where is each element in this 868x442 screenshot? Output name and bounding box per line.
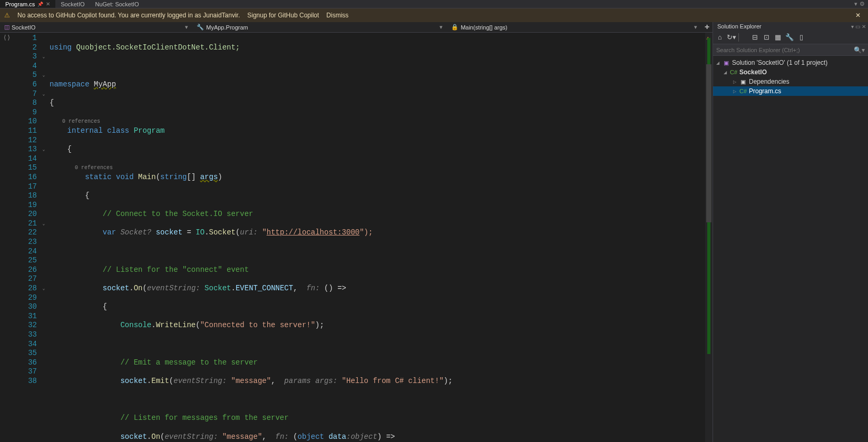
preview-icon[interactable]: ▯ [796,33,806,41]
codelens-references[interactable]: 0 references [75,165,113,171]
show-all-icon[interactable]: ▦ [773,33,783,41]
gear-icon[interactable]: ⚙ [860,1,865,7]
expand-icon[interactable]: ▷ [732,80,737,84]
solution-toolbar: ⌂ ↻▾ ⊟ ⊡ ▦ 🔧 ▯ [713,31,868,44]
node-label: Program.cs [749,87,781,95]
solution-explorer-panel: Solution Explorer ▾ ▭ ✕ ⌂ ↻▾ ⊟ ⊡ ▦ 🔧 ▯ 🔍… [713,22,868,442]
tab-label: SocketIO [61,1,84,7]
glyph-margin: ⟨⟩ [0,33,14,442]
csharp-file-icon: C# [739,88,747,94]
scroll-thumb[interactable] [706,64,711,222]
solution-tree[interactable]: ◢ ▣ Solution 'SocketIO' (1 of 1 project)… [713,56,868,98]
warning-icon: ⚠ [4,12,10,19]
expand-icon[interactable]: ▷ [732,89,737,94]
dependencies-icon: ▣ [739,78,747,85]
copilot-message: No access to GitHub Copilot found. You a… [17,12,240,19]
crumb-label: MyApp.Program [206,24,248,31]
close-icon[interactable]: ✕ [46,1,50,7]
tab-overflow-controls: ▾ ⚙ [854,0,868,8]
collapse-all-icon[interactable]: ⊡ [762,33,771,41]
crumb-label: SocketIO [12,24,35,31]
class-icon: 🔧 [197,24,204,31]
fold-gutter[interactable]: ⌄⌄⌄⌄⌄⌄ [40,33,47,442]
project-node[interactable]: ◢ C# SocketIO [713,67,868,77]
solution-explorer-title: Solution Explorer ▾ ▭ ✕ [713,22,868,31]
pin-icon[interactable]: 📌 [37,2,43,7]
copilot-signup-link[interactable]: Signup for GitHub Copilot [247,12,319,19]
node-label: Dependencies [749,78,789,85]
codelens-references[interactable]: 0 references [62,119,100,124]
crumb-label: Main(string[] args) [461,24,508,31]
file-node-program-cs[interactable]: ▷ C# Program.cs [713,86,868,96]
tab-label: NuGet: SocketIO [95,1,139,7]
line-numbers: 1234567891011121314151617181920212223242… [14,33,40,442]
tab-nuget-socketio[interactable]: NuGet: SocketIO [90,0,144,8]
search-input[interactable] [716,47,854,53]
tab-socketio[interactable]: SocketIO [55,0,90,8]
tab-label: Program.cs [5,1,35,7]
expand-icon[interactable]: ◢ [723,70,728,75]
solution-icon: ▣ [723,60,730,66]
navigation-bar: ◫ SocketIO ▾ 🔧 MyApp.Program ▾ 🔒 Main(st… [0,22,713,33]
home-icon[interactable]: ⌂ [715,33,725,41]
panel-title-label: Solution Explorer [717,23,762,30]
node-label: SocketIO [739,68,767,76]
split-view-button[interactable]: ✚ [701,24,713,31]
chevron-down-icon[interactable]: ▾ [440,24,443,31]
solution-search[interactable]: 🔍▾ [713,44,868,56]
overflow-menu-icon[interactable]: ▾ [854,1,857,7]
switch-views-icon[interactable]: ↻▾ [727,33,736,41]
document-tabs: Program.cs 📌 ✕ SocketIO NuGet: SocketIO … [0,0,868,8]
dependencies-node[interactable]: ▷ ▣ Dependencies [713,77,868,86]
code-editor[interactable]: ⟨⟩ 1234567891011121314151617181920212223… [0,33,713,442]
dropdown-icon[interactable]: ▾ [851,24,854,30]
project-crumb[interactable]: ◫ SocketIO ▾ [0,22,192,32]
copilot-dismiss-link[interactable]: Dismiss [326,12,348,19]
editor-panel: ◫ SocketIO ▾ 🔧 MyApp.Program ▾ 🔒 Main(st… [0,22,713,442]
chevron-down-icon[interactable]: ▾ [185,24,188,31]
csharp-project-icon: C# [730,69,737,75]
csharp-project-icon: ◫ [4,24,9,31]
method-icon: 🔒 [451,24,459,31]
code-content[interactable]: using Quobject.SocketIoClientDotNet.Clie… [47,33,705,442]
search-icon[interactable]: 🔍▾ [854,46,865,54]
close-icon[interactable]: ✕ [852,12,864,19]
vertical-scrollbar[interactable]: ⚠ [705,33,713,442]
member-crumb[interactable]: 🔒 Main(string[] args) ▾ [447,22,701,32]
node-label: Solution 'SocketIO' (1 of 1 project) [732,59,827,66]
tab-program-cs[interactable]: Program.cs 📌 ✕ [0,0,55,8]
properties-icon[interactable]: 🔧 [785,33,794,41]
type-crumb[interactable]: 🔧 MyApp.Program ▾ [192,22,447,32]
expand-icon[interactable]: ◢ [715,61,720,65]
autohide-icon[interactable]: ▭ [855,24,860,30]
copilot-notification-bar: ⚠ No access to GitHub Copilot found. You… [0,8,868,22]
sync-icon[interactable]: ⊟ [750,33,759,41]
chevron-down-icon[interactable]: ▾ [694,24,697,31]
close-icon[interactable]: ✕ [862,24,866,30]
solution-node[interactable]: ◢ ▣ Solution 'SocketIO' (1 of 1 project) [713,58,868,67]
